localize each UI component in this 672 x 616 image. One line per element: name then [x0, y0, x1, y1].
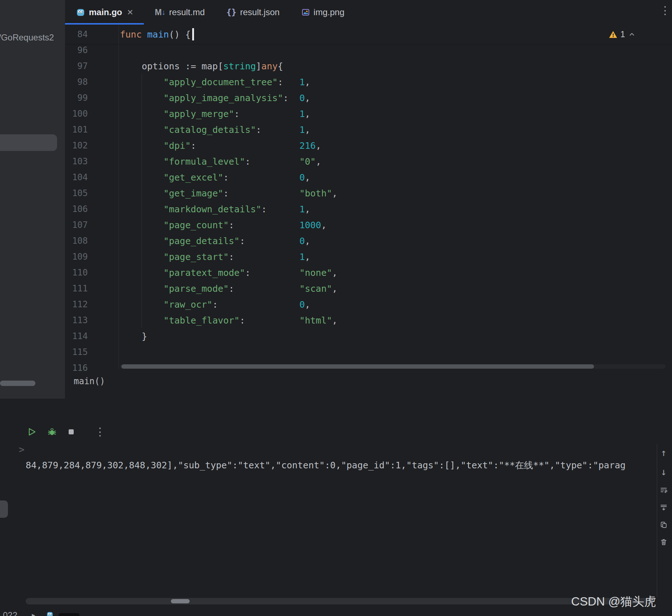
code-line[interactable]: "page_details": 0,	[119, 236, 310, 246]
debug-button[interactable]	[47, 427, 57, 437]
copy-icon[interactable]	[660, 521, 668, 529]
console-prompt: >	[19, 444, 25, 455]
editor-line-104: 104 "get_excel": 0,	[65, 169, 672, 185]
project-horizontal-scrollbar[interactable]	[0, 381, 35, 386]
run-button[interactable]	[27, 427, 37, 437]
soft-wrap-icon[interactable]	[660, 486, 668, 494]
console-horizontal-scrollbar[interactable]	[26, 598, 654, 604]
code-line[interactable]: "get_excel": 0,	[119, 172, 310, 183]
ide-window: s/GoRequests2 main.go×M↓result.md{}resul…	[0, 0, 672, 616]
code-line[interactable]: options := map[string]any{	[119, 61, 283, 71]
scrollbar-thumb[interactable]	[121, 364, 594, 369]
tab-label: img.png	[314, 7, 344, 17]
editor-line-103: 103 "formula_level": "0",	[65, 153, 672, 169]
line-number[interactable]: 102	[65, 140, 119, 151]
console-output[interactable]: 84,879,284,879,302,848,302],"sub_type":"…	[26, 459, 647, 474]
scroll-end-icon[interactable]	[660, 503, 668, 511]
line-number[interactable]: 115	[65, 347, 119, 357]
tab-main-go[interactable]: main.go×	[65, 0, 144, 25]
watermark: CSDN @猫头虎	[571, 594, 656, 610]
code-editor[interactable]: 9697 options := map[string]any{98 "apply…	[65, 42, 672, 376]
sticky-line-code: func main() {	[119, 29, 191, 40]
line-number[interactable]: 109	[65, 252, 119, 262]
editor-line-112: 112 "raw_ocr": 0,	[65, 296, 672, 312]
code-line[interactable]: "parse_mode": "scan",	[119, 283, 337, 294]
line-number[interactable]: 101	[65, 125, 119, 135]
tab-img-png[interactable]: img.png	[290, 0, 355, 25]
line-number[interactable]: 99	[65, 93, 119, 103]
line-number[interactable]: 106	[65, 204, 119, 214]
line-number[interactable]: 104	[65, 172, 119, 182]
code-line[interactable]: "catalog_details": 1,	[119, 125, 310, 135]
editor-line-106: 106 "markdown_details": 1,	[65, 201, 672, 217]
line-number[interactable]: 96	[65, 45, 119, 55]
line-number[interactable]: 116	[65, 363, 119, 373]
tabs-host: main.go×M↓result.md{}result.jsonimg.png	[65, 0, 355, 25]
code-line[interactable]: }	[119, 331, 147, 342]
editor-horizontal-scrollbar[interactable]	[120, 364, 665, 369]
line-number[interactable]: 111	[65, 283, 119, 294]
arrow-up-icon[interactable]: ↑	[661, 448, 667, 457]
tab-result-md[interactable]: M↓result.md	[144, 0, 215, 25]
indent-guide	[142, 74, 142, 328]
line-number[interactable]: 105	[65, 188, 119, 198]
project-selected-item[interactable]	[0, 134, 57, 151]
close-tab-icon[interactable]: ×	[126, 7, 133, 17]
scrollbar-thumb[interactable]	[171, 599, 190, 603]
line-number[interactable]: 112	[65, 299, 119, 309]
code-line[interactable]: "raw_ocr": 0,	[119, 299, 310, 310]
tab-label: result.json	[240, 7, 279, 17]
sticky-function-header[interactable]: 84 func main() { 1	[65, 25, 672, 44]
line-number[interactable]: 110	[65, 268, 119, 278]
line-number[interactable]: 103	[65, 156, 119, 166]
breadcrumb[interactable]: main()	[74, 376, 105, 386]
image-icon	[301, 8, 310, 17]
text-caret	[192, 28, 194, 40]
toolwindow-stripe-button[interactable]	[0, 500, 8, 518]
clear-icon[interactable]	[660, 538, 668, 546]
line-number[interactable]: 98	[65, 77, 119, 87]
code-line[interactable]: "formula_level": "0",	[119, 156, 321, 167]
line-number[interactable]: 107	[65, 220, 119, 230]
project-path-label[interactable]: s/GoRequests2	[0, 32, 54, 43]
console-gutter-icons: ↑↓	[660, 448, 668, 546]
editor-line-110: 110 "paratext_mode": "none",	[65, 265, 672, 281]
code-line[interactable]: "apply_merge": 1,	[119, 109, 310, 119]
code-line[interactable]: "apply_document_tree": 1,	[119, 77, 310, 87]
inspection-widget[interactable]: 1	[609, 30, 636, 39]
console-toolbar: ⋮	[27, 424, 105, 440]
more-options-icon[interactable]: ⋮	[95, 426, 105, 437]
code-line[interactable]: "page_start": 1,	[119, 252, 310, 262]
stop-button[interactable]	[67, 428, 75, 436]
go-gopher-icon	[76, 8, 85, 17]
tab-label: result.md	[169, 7, 205, 17]
code-line[interactable]: "table_flavor": "html",	[119, 315, 337, 326]
project-sidebar: s/GoRequests2	[0, 0, 65, 399]
editor-line-97: 97 options := map[string]any{	[65, 58, 672, 74]
markdown-icon: M↓	[155, 8, 165, 17]
status-pill	[59, 613, 79, 616]
editor-line-108: 108 "page_details": 0,	[65, 233, 672, 249]
code-line[interactable]: "apply_image_analysis": 0,	[119, 93, 310, 103]
line-number[interactable]: 108	[65, 236, 119, 246]
editor-line-113: 113 "table_flavor": "html",	[65, 312, 672, 328]
chevron-up-icon[interactable]	[628, 30, 636, 38]
line-number[interactable]: 100	[65, 109, 119, 119]
editor-line-100: 100 "apply_merge": 1,	[65, 106, 672, 122]
tab-result-json[interactable]: {}result.json	[216, 0, 290, 25]
code-line[interactable]: "page_count": 1000,	[119, 220, 327, 230]
line-number[interactable]: 97	[65, 61, 119, 71]
code-line[interactable]: "markdown_details": 1,	[119, 204, 310, 214]
line-number[interactable]: 113	[65, 315, 119, 325]
code-line[interactable]: "dpi": 216,	[119, 140, 321, 151]
editor-line-111: 111 "parse_mode": "scan",	[65, 281, 672, 296]
editor-line-102: 102 "dpi": 216,	[65, 138, 672, 153]
arrow-down-icon[interactable]: ↓	[661, 467, 667, 477]
editor-options-kebab-icon[interactable]: ⋮	[660, 5, 671, 16]
line-number[interactable]: 114	[65, 331, 119, 341]
editor-line-115: 115	[65, 344, 672, 360]
code-line[interactable]: "paratext_mode": "none",	[119, 268, 337, 278]
gopher-small-icon	[46, 611, 53, 616]
code-line[interactable]: "get_image": "both",	[119, 188, 337, 199]
editor-line-114: 114 }	[65, 328, 672, 344]
